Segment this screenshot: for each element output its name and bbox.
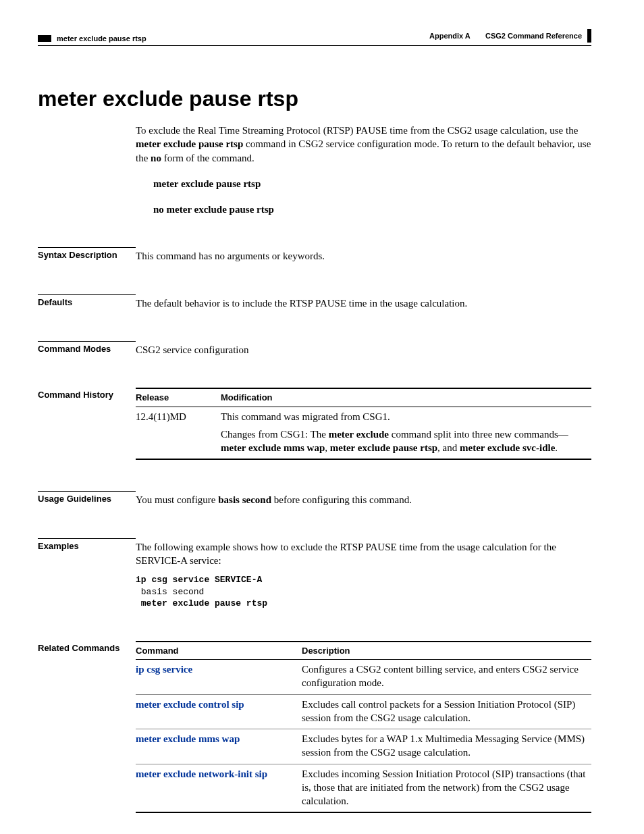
- examples-intro: The following example shows how to exclu…: [136, 540, 591, 568]
- related-command-desc: Excludes call control packets for a Sess…: [302, 694, 591, 729]
- syntax-description-section: Syntax Description This command has no a…: [38, 247, 591, 263]
- section-label: Defaults: [38, 294, 136, 310]
- header-decor-left: [38, 35, 51, 42]
- related-commands-table: Command Description ip csg service Confi…: [136, 641, 591, 814]
- section-body: You must configure basis second before c…: [136, 493, 591, 506]
- example-code-block: ip csg service SERVICE-A basis second me…: [136, 574, 591, 610]
- table-header: Release: [136, 388, 221, 407]
- table-header: Modification: [221, 388, 591, 407]
- modification-cell: This command was migrated from CSG1. Cha…: [221, 407, 591, 459]
- related-command-desc: Excludes incoming Session Initiation Pro…: [302, 764, 591, 812]
- section-label: Command History: [38, 388, 136, 460]
- section-title: CSG2 Command Reference: [485, 32, 582, 40]
- running-head-left: meter exclude pause rtsp: [57, 34, 146, 43]
- command-modes-section: Command Modes CSG2 service configuration: [38, 341, 591, 357]
- section-body: This command has no arguments or keyword…: [136, 249, 591, 263]
- examples-section: Examples The following example shows how…: [38, 538, 591, 610]
- intro-paragraph: To exclude the Real Time Streaming Proto…: [136, 124, 591, 216]
- command-form: meter exclude pause rtsp: [153, 177, 591, 190]
- page-title: meter exclude pause rtsp: [38, 86, 591, 111]
- section-body: The default behavior is to include the R…: [136, 296, 591, 310]
- release-cell: 12.4(11)MD: [136, 407, 221, 459]
- section-label: Syntax Description: [38, 247, 136, 263]
- header-decor-right: [587, 29, 591, 43]
- command-form-no: no meter exclude pause rtsp: [153, 203, 591, 216]
- command-history-section: Command History Release Modification 12.…: [38, 388, 591, 460]
- related-commands-section: Related Commands Command Description ip …: [38, 641, 591, 814]
- table-header: Command: [136, 642, 302, 660]
- section-label: Examples: [38, 538, 136, 610]
- table-row: ip csg service Configures a CSG2 content…: [136, 660, 591, 695]
- table-row: meter exclude control sip Excludes call …: [136, 694, 591, 729]
- section-label: Command Modes: [38, 341, 136, 357]
- appendix-label: Appendix A: [429, 32, 471, 40]
- table-header: Description: [302, 642, 591, 660]
- page-header: meter exclude pause rtsp Appendix A CSG2…: [38, 20, 591, 43]
- related-command-link[interactable]: meter exclude control sip: [136, 699, 244, 710]
- related-command-link[interactable]: meter exclude network-init sip: [136, 768, 267, 779]
- table-row: meter exclude network-init sip Excludes …: [136, 764, 591, 812]
- section-body: CSG2 service configuration: [136, 343, 591, 357]
- usage-guidelines-section: Usage Guidelines You must configure basi…: [38, 491, 591, 506]
- related-command-link[interactable]: meter exclude mms wap: [136, 733, 240, 744]
- table-row: meter exclude mms wap Excludes bytes for…: [136, 729, 591, 764]
- history-table: Release Modification 12.4(11)MD This com…: [136, 388, 591, 460]
- section-label: Related Commands: [38, 641, 136, 814]
- table-row: 12.4(11)MD This command was migrated fro…: [136, 407, 591, 459]
- related-command-desc: Excludes bytes for a WAP 1.x Multimedia …: [302, 729, 591, 764]
- section-label: Usage Guidelines: [38, 491, 136, 506]
- related-command-desc: Configures a CSG2 content billing servic…: [302, 660, 591, 695]
- defaults-section: Defaults The default behavior is to incl…: [38, 294, 591, 310]
- related-command-link[interactable]: ip csg service: [136, 664, 192, 675]
